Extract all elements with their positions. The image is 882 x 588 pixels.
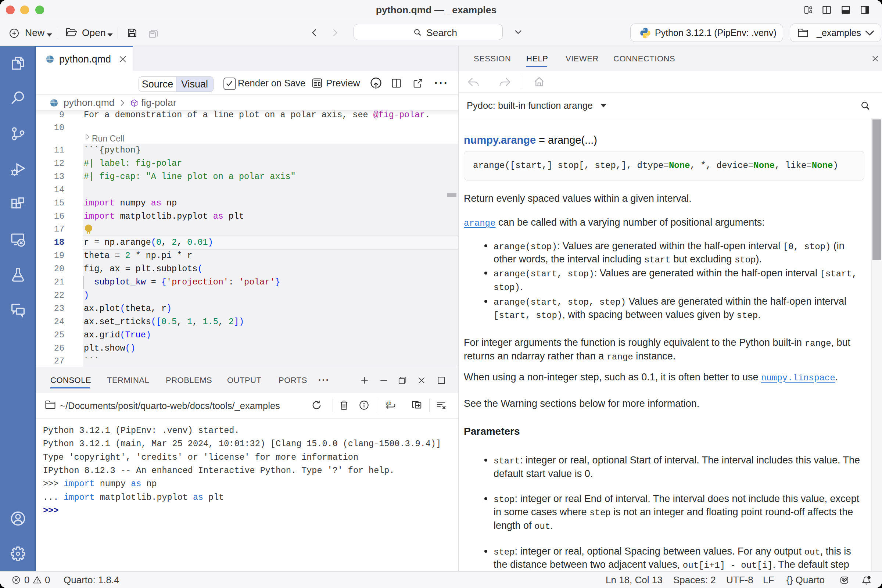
svg-text:ab: ab bbox=[386, 400, 392, 406]
